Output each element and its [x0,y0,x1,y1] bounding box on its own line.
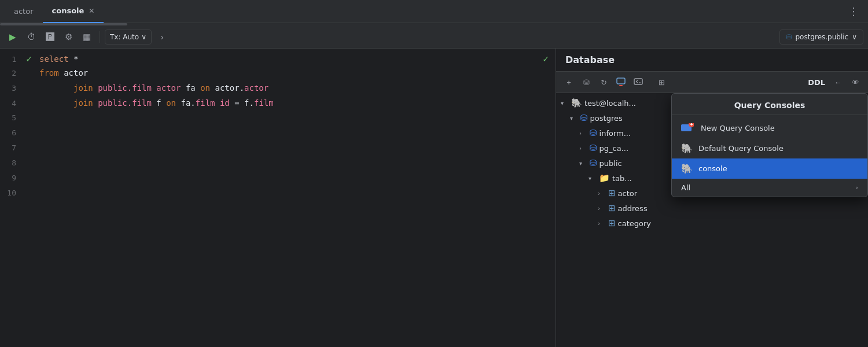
code-editor[interactable]: 1 ✓ select * ✓ 2 from actor 3 ______ joi… [0,49,556,347]
schema-icon-inform: ⛁ [590,128,597,138]
database-title: Database [565,54,615,65]
all-arrow-icon: › [856,184,858,191]
tx-chevron-icon: ∨ [141,33,146,41]
schema-pg-icon: ⛁ [786,33,792,41]
tables-view-button[interactable]: ⊞ [653,74,670,90]
schema-chevron-icon: ∨ [852,33,857,41]
line-number-1: 1 [0,55,23,64]
line-code-2: from actor [35,68,556,77]
code-line-10: 10 [0,189,556,204]
dropdown-item-all[interactable]: All › [672,179,867,197]
settings-button[interactable]: ⚙ [60,29,76,45]
tab-console-label: console [52,6,84,15]
run-button[interactable]: ▶ [5,29,21,45]
disconnect-button[interactable] [613,74,629,90]
line-code-4: ______ join public.film f on fa.film_id … [35,98,556,108]
refresh-button[interactable]: ↻ [595,74,612,90]
schema-label: postgres.public [795,33,848,41]
tab-console[interactable]: console ✕ [43,0,104,23]
tree-item-address[interactable]: › ⊞ address [556,201,868,216]
kw-select: select [39,54,73,64]
line-number-7: 7 [0,143,23,152]
svg-line-5 [636,82,638,83]
check-icon-right: ✓ [543,53,549,64]
code-line-6: 6 [0,128,556,143]
code-line-2: 2 from actor [0,68,556,83]
database-tree[interactable]: ▾ 🐘 test@localh... ▾ ⛁ postgres › ⛁ info… [556,93,868,347]
default-console-icon: 🐘 [681,143,693,154]
line-number-5: 5 [0,113,23,122]
query-consoles-dropdown: Query Consoles New Query Console [671,93,868,197]
chevron-down-icon-public: ▾ [579,160,587,167]
line-number-4: 4 [0,99,23,108]
toolbar-separator-1 [100,31,100,43]
add-datasource-button[interactable]: + [561,74,577,90]
kw-from: from [39,68,64,77]
more-button[interactable]: › [154,29,170,45]
server-label: test@localh... [584,99,636,108]
dropdown-divider [672,115,867,115]
svg-rect-0 [617,78,625,84]
datasource-icon-button[interactable]: ⛁ [578,74,594,90]
kw-star: * [73,54,78,64]
category-table-label: category [618,219,651,228]
console-button[interactable] [630,74,646,90]
main-content: 1 ✓ select * ✓ 2 from actor 3 ______ joi… [0,49,868,347]
chevron-down-icon-postgres: ▾ [570,115,578,121]
information-schema-label: inform... [599,129,631,138]
code-line-9: 9 [0,174,556,189]
tables-folder-label: tab... [612,174,632,183]
editor-toolbar: ▶ ⏱ 🅿 ⚙ ▦ Tx: Auto ∨ › ⛁ postgres.public… [0,25,868,49]
jump-to-source-button[interactable]: ← [830,74,846,90]
chevron-right-icon-actor: › [598,190,606,197]
line-number-9: 9 [0,174,23,182]
line-number-8: 8 [0,158,23,167]
postgres-db-label: postgres [590,114,623,123]
svg-rect-2 [619,85,623,86]
chevron-right-icon-pgcat: › [579,145,587,152]
new-console-label: New Query Console [701,124,775,132]
tab-actor[interactable]: actor [5,0,43,23]
dropdown-item-new-console[interactable]: New Query Console [672,117,867,138]
tree-item-category[interactable]: › ⊞ category [556,216,868,231]
pin-button[interactable]: 🅿 [42,29,58,45]
postgres-server-icon: 🐘 [571,98,582,108]
tab-bar: actor console ✕ ⋮ [0,0,868,23]
line-number-2: 2 [0,69,23,77]
grid-button[interactable]: ▦ [79,29,95,45]
line-number-10: 10 [0,189,23,197]
line-code-1: select * [35,54,543,64]
chevron-down-icon: ▾ [561,100,569,106]
database-panel: Database + ⛁ ↻ [556,49,868,347]
dropdown-title: Query Consoles [672,94,867,115]
tab-close-icon[interactable]: ✕ [89,7,94,15]
ddl-button[interactable]: DDL [804,78,829,87]
svg-rect-3 [634,79,642,84]
folder-icon: 📁 [599,173,610,183]
tab-menu-button[interactable]: ⋮ [844,5,863,17]
schema-icon-public: ⛁ [590,158,597,168]
chevron-right-icon-category: › [598,220,606,227]
schema-selector[interactable]: ⛁ postgres.public ∨ [779,29,863,45]
dropdown-item-default-console[interactable]: 🐘 Default Query Console [672,138,867,158]
history-button[interactable]: ⏱ [23,29,39,45]
filter-button[interactable]: 👁 [847,74,863,90]
table-icon-category: ⊞ [608,218,616,228]
line-number-6: 6 [0,128,23,137]
public-schema-label: public [599,159,622,168]
all-label: All [681,183,690,192]
code-line-4: 4 ______ join public.film f on fa.film_i… [0,98,556,113]
tx-selector[interactable]: Tx: Auto ∨ [105,29,152,45]
actor-table-label: actor [618,189,638,198]
code-line-3: 3 ______ join public.film_actor fa on ac… [0,83,556,98]
line-gutter-1: ✓ [23,53,35,64]
dropdown-item-console[interactable]: 🐘 console [672,158,867,179]
chevron-right-icon-address: › [598,205,606,212]
toolbar-spacer [671,74,803,90]
chevron-down-icon-tables: ▾ [589,175,597,182]
line-number-3: 3 [0,84,23,93]
line-code-3: ______ join public.film_actor fa on acto… [35,83,556,93]
tx-label: Tx: Auto [110,33,139,41]
table-icon-address: ⊞ [608,203,616,213]
new-console-icon [681,122,695,134]
